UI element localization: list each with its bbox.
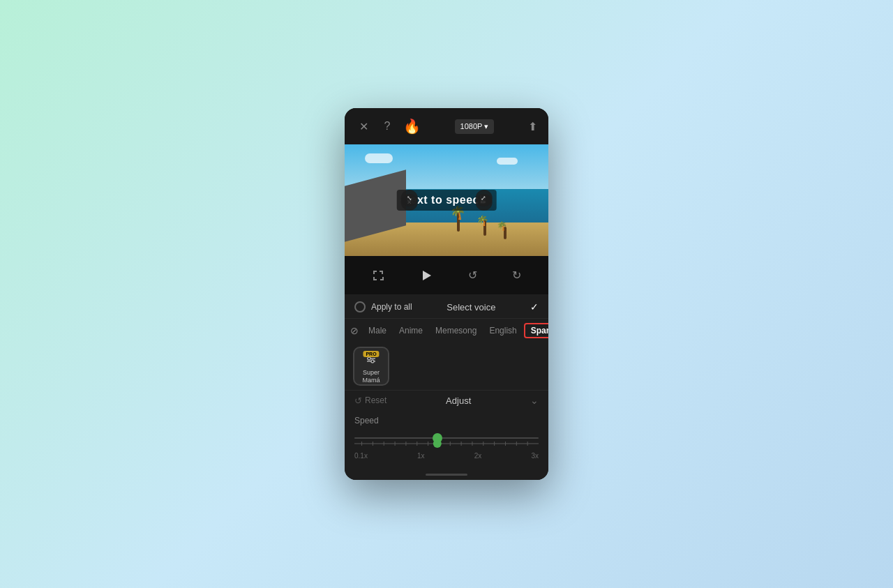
upload-icon[interactable]: ⬆ xyxy=(528,120,537,133)
speed-label: Speed xyxy=(354,416,539,425)
tab-memesong[interactable]: Memesong xyxy=(430,323,482,338)
apply-all-radio[interactable] xyxy=(354,301,366,312)
adjust-label: Adjust xyxy=(446,395,471,406)
speed-marker-0: 0.1x xyxy=(354,452,368,460)
pro-badge: PRO xyxy=(363,351,379,357)
expand-button[interactable] xyxy=(372,269,384,282)
app-header: ✕ ? 🔥 1080P ▾ ⬆ xyxy=(345,108,548,144)
select-voice-label: Select voice xyxy=(446,302,495,312)
overlay-resize-tr-button[interactable]: ⤢ xyxy=(475,190,492,206)
playback-controls: ↺ ↻ xyxy=(345,256,548,294)
phone-container: ✕ ? 🔥 1080P ▾ ⬆ 🌴 🌴 xyxy=(345,108,548,480)
language-tabs: ⊘ Male Anime Memesong English Spanish xyxy=(345,319,548,342)
redo-button[interactable]: ↻ xyxy=(512,269,521,282)
app-logo-icon: 🔥 xyxy=(403,118,421,135)
speed-marker-1: 1x xyxy=(417,452,425,460)
bottom-handle xyxy=(345,469,548,480)
reset-label: Reset xyxy=(365,395,387,405)
speed-slider[interactable]: // Generate tick marks inline — handled … xyxy=(354,431,539,445)
close-icon[interactable]: ✕ xyxy=(356,119,371,134)
header-left-group: ✕ ? 🔥 xyxy=(356,118,421,135)
confirm-button[interactable]: ✓ xyxy=(530,301,539,312)
voice-card-super-mama[interactable]: PRO Super Mamá xyxy=(353,347,389,386)
speed-marker-3: 3x xyxy=(531,452,539,460)
text-overlay-container[interactable]: ✕ ✏ text to speech ⤡ ⤢ xyxy=(397,190,497,211)
tab-english[interactable]: English xyxy=(483,323,522,338)
voice-cards-list: PRO Super Mamá xyxy=(345,342,548,390)
play-button[interactable] xyxy=(419,269,433,282)
reset-button[interactable]: ↺ Reset xyxy=(354,395,387,406)
apply-all-label: Apply to all xyxy=(371,302,412,312)
apply-left: Apply to all xyxy=(354,301,412,312)
video-preview: 🌴 🌴 🌴 ✕ ✏ text to speech ⤡ xyxy=(345,144,548,256)
svg-marker-0 xyxy=(423,271,431,280)
help-icon[interactable]: ? xyxy=(380,119,395,134)
reset-icon: ↺ xyxy=(354,395,362,406)
tab-spanish[interactable]: Spanish xyxy=(524,323,548,338)
speed-track: // Generate tick marks inline — handled … xyxy=(354,437,539,439)
speed-markers: 0.1x 1x 2x 3x xyxy=(354,449,539,460)
adjust-row: ↺ Reset Adjust ⌄ xyxy=(345,390,548,410)
chevron-down-icon[interactable]: ⌄ xyxy=(530,395,539,406)
palm-3: 🌴 xyxy=(504,227,506,239)
voice-settings-panel: Apply to all Select voice ✓ ⊘ Male Anime… xyxy=(345,294,548,480)
cloud-2 xyxy=(497,158,518,165)
cloud-1 xyxy=(365,153,393,163)
voice-name: Super Mamá xyxy=(362,369,380,384)
resolution-badge[interactable]: 1080P ▾ xyxy=(455,119,495,134)
tab-anime[interactable]: Anime xyxy=(393,323,428,338)
svg-point-4 xyxy=(371,360,374,363)
undo-button[interactable]: ↺ xyxy=(468,269,477,282)
apply-all-row: Apply to all Select voice ✓ xyxy=(345,294,548,319)
speed-section: Speed // Generate tick marks inline — ha… xyxy=(345,410,548,469)
palm-1: 🌴 xyxy=(457,211,460,232)
voice-sliders-icon xyxy=(366,356,377,368)
speed-thumb[interactable] xyxy=(433,433,442,443)
speed-marker-2: 2x xyxy=(474,452,482,460)
tab-male[interactable]: Male xyxy=(363,323,392,338)
overlay-resize-tl-button[interactable]: ⤡ xyxy=(401,190,418,206)
svg-point-3 xyxy=(368,357,370,360)
drag-handle[interactable] xyxy=(426,474,467,476)
no-voice-icon[interactable]: ⊘ xyxy=(350,325,359,336)
palm-2: 🌴 xyxy=(483,220,486,236)
